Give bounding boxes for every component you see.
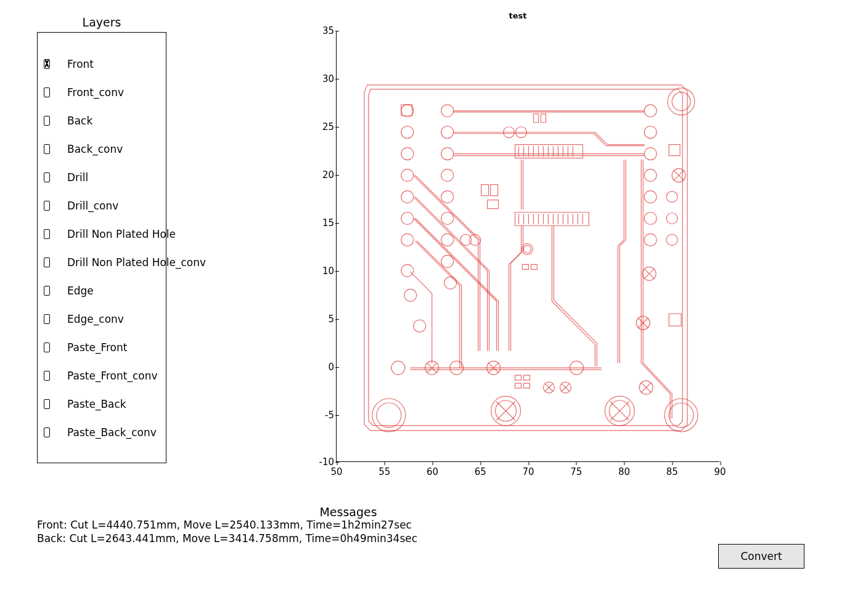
layer-item-back-conv[interactable]: Back_conv — [38, 135, 166, 163]
checkbox-icon[interactable] — [44, 87, 50, 97]
svg-point-51 — [441, 233, 454, 246]
x-tick: 70 — [522, 466, 534, 477]
layer-label: Paste_Front_conv — [67, 370, 157, 382]
checkbox-icon[interactable] — [44, 342, 50, 352]
svg-point-50 — [401, 233, 414, 246]
layer-item-paste-front[interactable]: Paste_Front — [38, 333, 166, 362]
y-tick: 10 — [311, 265, 334, 277]
checkbox-icon[interactable] — [44, 172, 50, 182]
svg-point-46 — [401, 191, 414, 203]
checkbox-icon[interactable] — [44, 314, 50, 324]
plot-axes[interactable]: 35 30 25 20 15 10 5 0 -5 -10 50 55 60 65… — [336, 31, 719, 462]
svg-point-3 — [377, 403, 401, 428]
svg-point-59 — [644, 148, 656, 160]
checkbox-icon[interactable] — [44, 399, 50, 409]
svg-rect-98 — [491, 185, 498, 196]
svg-rect-107 — [523, 264, 529, 269]
svg-point-52 — [401, 264, 414, 277]
svg-point-56 — [414, 320, 426, 332]
checkbox-icon[interactable] — [44, 229, 50, 239]
checkbox-icon[interactable] — [44, 286, 50, 296]
svg-point-115 — [524, 245, 531, 253]
svg-point-58 — [644, 126, 656, 139]
svg-point-2 — [372, 399, 406, 432]
svg-point-66 — [666, 234, 677, 245]
svg-rect-99 — [488, 200, 499, 209]
layer-label: Front_conv — [67, 86, 124, 99]
svg-rect-104 — [524, 375, 530, 380]
svg-point-44 — [401, 169, 414, 182]
svg-point-45 — [441, 169, 454, 182]
svg-point-48 — [401, 213, 414, 225]
x-tick: 55 — [378, 466, 390, 477]
layer-label: Paste_Back_conv — [67, 426, 157, 439]
svg-point-47 — [441, 191, 454, 203]
layer-label: Back_conv — [67, 143, 123, 155]
x-tick: 75 — [570, 466, 582, 477]
layer-item-drill-nph[interactable]: Drill Non Plated Hole — [38, 220, 166, 248]
svg-rect-105 — [515, 383, 521, 388]
messages-body: Front: Cut L=4440.751mm, Move L=2540.133… — [37, 519, 660, 546]
svg-point-65 — [666, 213, 677, 224]
checkbox-icon[interactable] — [44, 371, 50, 381]
layer-item-paste-back[interactable]: Paste_Back — [38, 390, 166, 418]
message-line: Front: Cut L=4440.751mm, Move L=2540.133… — [37, 519, 660, 532]
svg-rect-106 — [524, 383, 530, 388]
checkbox-icon[interactable] — [44, 144, 50, 154]
x-tick: 90 — [714, 466, 726, 477]
layer-item-drill-conv[interactable]: Drill_conv — [38, 192, 166, 220]
layer-label: Back — [67, 115, 92, 127]
svg-rect-110 — [669, 145, 680, 156]
checkbox-icon[interactable] — [44, 116, 50, 126]
svg-point-38 — [401, 105, 414, 117]
layer-item-drill[interactable]: Drill — [38, 163, 166, 192]
y-tick: 35 — [311, 25, 334, 36]
layer-label: Front — [67, 58, 94, 70]
layers-title: Layers — [37, 15, 166, 29]
layer-item-edge[interactable]: Edge — [38, 277, 166, 305]
svg-rect-103 — [515, 375, 521, 380]
messages-title: Messages — [37, 505, 660, 519]
y-tick: 0 — [311, 362, 334, 373]
x-tick: 80 — [618, 466, 630, 477]
x-tick: 65 — [475, 466, 486, 477]
plot-area: test 35 30 25 20 15 10 5 0 -5 -10 50 55 … — [305, 11, 730, 473]
layer-item-front[interactable]: Front — [38, 50, 166, 78]
layer-item-paste-back-conv[interactable]: Paste_Back_conv — [38, 418, 166, 447]
svg-rect-97 — [481, 185, 489, 196]
layer-label: Edge_conv — [67, 313, 124, 325]
svg-point-42 — [401, 148, 414, 160]
svg-point-49 — [441, 213, 454, 225]
layers-list: Front Front_conv Back Back_conv Drill Dr… — [37, 32, 166, 463]
svg-point-61 — [644, 191, 656, 203]
y-tick: 15 — [311, 217, 334, 229]
layer-label: Drill — [67, 171, 88, 184]
svg-point-43 — [441, 148, 454, 160]
checkbox-icon[interactable] — [44, 59, 50, 69]
checkbox-icon[interactable] — [44, 257, 50, 267]
x-tick: 60 — [427, 466, 438, 477]
y-tick: -5 — [311, 410, 334, 421]
message-line: Back: Cut L=2643.441mm, Move L=3414.758m… — [37, 532, 660, 546]
layer-item-paste-front-conv[interactable]: Paste_Front_conv — [38, 362, 166, 390]
layer-item-drill-nph-conv[interactable]: Drill Non Plated Hole_conv — [38, 248, 166, 277]
svg-point-57 — [644, 105, 656, 117]
layer-label: Drill Non Plated Hole_conv — [67, 256, 206, 269]
layer-item-back[interactable]: Back — [38, 107, 166, 135]
layer-item-edge-conv[interactable]: Edge_conv — [38, 305, 166, 333]
svg-point-4 — [665, 399, 698, 432]
svg-point-5 — [669, 403, 693, 428]
layer-label: Drill Non Plated Hole — [67, 228, 176, 240]
convert-button[interactable]: Convert — [718, 544, 804, 569]
svg-point-39 — [441, 105, 454, 117]
layer-label: Edge — [67, 285, 94, 297]
checkbox-icon[interactable] — [44, 201, 50, 211]
checkbox-icon[interactable] — [44, 428, 50, 437]
svg-point-100 — [391, 361, 405, 375]
svg-rect-96 — [541, 114, 546, 123]
svg-point-54 — [404, 289, 417, 301]
svg-point-62 — [644, 213, 656, 225]
x-tick: 50 — [330, 466, 342, 477]
layer-item-front-conv[interactable]: Front_conv — [38, 78, 166, 107]
svg-point-63 — [644, 233, 656, 246]
